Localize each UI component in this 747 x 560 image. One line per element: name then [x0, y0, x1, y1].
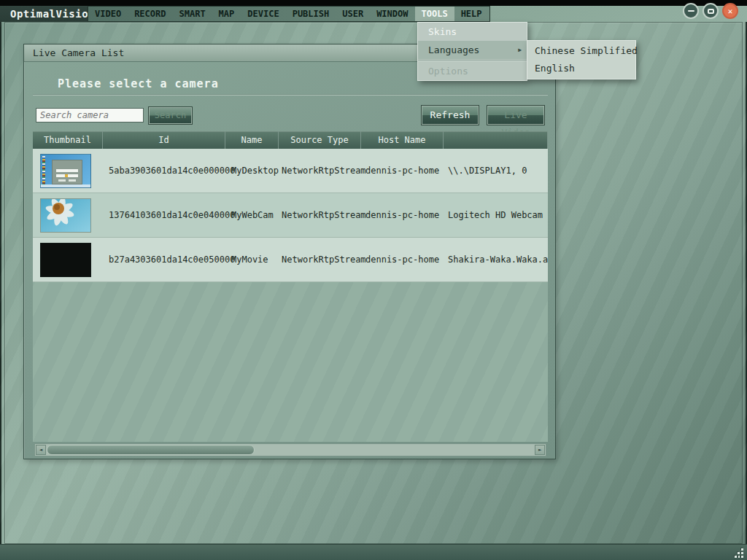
camera-table: Thumbnail Id Name Source Type Host Name: [33, 131, 548, 442]
table-row-mywebcam[interactable]: 13764103601da14c0e040000 MyWebCam Networ…: [33, 193, 548, 238]
cell-id: 5aba3903601da14c0e000000: [103, 166, 225, 176]
prompt-divider: [33, 94, 548, 96]
thumbnail-cell: [33, 243, 103, 277]
cell-source-type: NetworkRtpStream: [279, 166, 361, 176]
desktop-taskbar: [41, 184, 90, 187]
menu-separator: [418, 60, 527, 61]
cell-name: MyDesktop: [225, 166, 279, 176]
submenu-item-chinese-simplified[interactable]: Chinese Simplified: [527, 42, 635, 60]
table-row-mydesktop[interactable]: 5aba3903601da14c0e000000 MyDesktop Netwo…: [33, 149, 548, 193]
maximize-icon: [708, 9, 714, 14]
cell-id: b27a4303601da14c0e050000: [103, 254, 225, 265]
column-header-source-type[interactable]: Source Type: [279, 131, 361, 149]
camera-table-header: Thumbnail Id Name Source Type Host Name: [33, 131, 548, 149]
cell-source: Shakira-Waka.Waka.avi,: [444, 254, 548, 265]
top-edge-strip: [0, 0, 747, 6]
cell-source: \\.\DISPLAY1, 0: [444, 166, 548, 176]
movie-black-thumbnail: [40, 243, 91, 277]
column-header-thumbnail[interactable]: Thumbnail: [33, 131, 103, 149]
search-input[interactable]: [36, 108, 144, 122]
menu-item-languages[interactable]: Languages ▶: [418, 41, 527, 59]
cell-name: MyMovie: [225, 254, 279, 265]
cell-host-name: dennis-pc-home: [361, 210, 444, 220]
refresh-button[interactable]: Refresh: [422, 106, 479, 125]
menu-video[interactable]: VIDEO: [88, 7, 128, 21]
scrollbar-thumb[interactable]: [47, 445, 255, 455]
submenu-item-english[interactable]: English: [527, 60, 635, 77]
minimize-button[interactable]: [683, 3, 699, 19]
status-bar: [0, 544, 747, 560]
thumbnail-cell: [33, 198, 103, 233]
table-row-mymovie[interactable]: b27a4303601da14c0e050000 MyMovie Network…: [33, 238, 548, 282]
menu-smart[interactable]: SMART: [172, 7, 212, 21]
camera-window-prompt: Please select a camera: [58, 77, 219, 90]
close-icon: ✕: [728, 7, 733, 15]
application-window: OptimalVision™ VIDEO RECORD SMART MAP DE…: [0, 0, 747, 560]
menu-map[interactable]: MAP: [212, 7, 241, 21]
desktop-thumbnail: [40, 154, 91, 188]
menu-help[interactable]: HELP: [454, 7, 489, 21]
menu-bar: VIDEO RECORD SMART MAP DEVICE PUBLISH US…: [88, 6, 490, 22]
menu-item-skins[interactable]: Skins: [418, 23, 527, 41]
column-header-extra[interactable]: [444, 131, 548, 149]
close-button[interactable]: ✕: [722, 3, 738, 19]
cell-host-name: dennis-pc-home: [361, 166, 444, 176]
submenu-arrow-icon: ▶: [518, 41, 522, 59]
maximize-button[interactable]: [703, 3, 719, 19]
cell-source: Logitech HD Webcam C27: [444, 210, 548, 220]
menu-device[interactable]: DEVICE: [241, 7, 285, 21]
menu-tools[interactable]: TOOLS: [415, 7, 454, 21]
column-header-name[interactable]: Name: [225, 131, 279, 149]
column-header-id[interactable]: Id: [103, 131, 225, 149]
column-header-host-name[interactable]: Host Name: [361, 131, 444, 149]
window-controls: ✕: [683, 3, 738, 19]
menu-user[interactable]: USER: [336, 7, 370, 21]
resize-grip[interactable]: [733, 547, 743, 557]
languages-submenu: Chinese Simplified English: [527, 40, 636, 79]
cell-id: 13764103601da14c0e040000: [103, 210, 225, 220]
minimize-icon: [688, 10, 694, 12]
live-video-button[interactable]: Live Video: [487, 106, 544, 125]
live-camera-list-window: Live Camera List Please select a camera …: [23, 44, 556, 459]
menu-publish[interactable]: PUBLISH: [286, 7, 336, 21]
cell-source-type: NetworkRtpStream: [279, 210, 361, 220]
thumbnail-cell: [33, 154, 103, 188]
cell-host-name: dennis-pc-home: [361, 254, 444, 265]
cell-source-type: NetworkRtpStream: [279, 254, 361, 265]
tools-dropdown-menu: Skins Languages ▶ Options: [417, 22, 527, 81]
search-button[interactable]: Search: [149, 107, 192, 124]
desktop-dialog: [52, 160, 82, 184]
scroll-left-arrow-icon[interactable]: ◄: [36, 445, 46, 455]
horizontal-scrollbar[interactable]: ◄ ►: [34, 443, 546, 456]
menu-item-options[interactable]: Options: [418, 62, 527, 80]
webcam-flower-thumbnail: [40, 198, 91, 233]
menu-window[interactable]: WINDOW: [370, 7, 414, 21]
cell-name: MyWebCam: [225, 210, 279, 220]
scroll-right-arrow-icon[interactable]: ►: [535, 445, 545, 455]
languages-label: Languages: [428, 44, 479, 55]
menu-record[interactable]: RECORD: [128, 7, 172, 21]
desktop-icons-strip: [42, 156, 45, 185]
